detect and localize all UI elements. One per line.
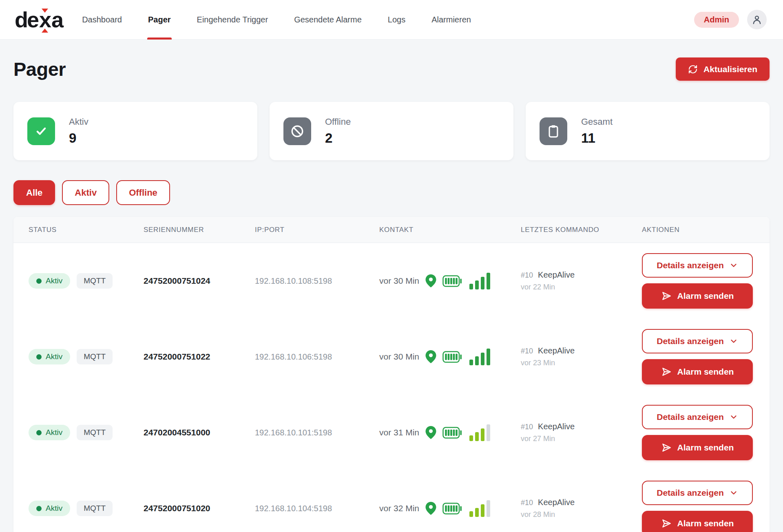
alarm-senden-button[interactable]: Alarm senden	[642, 283, 753, 309]
stat-card-offline: Offline 2	[270, 102, 513, 160]
refresh-button[interactable]: Aktualisieren	[676, 57, 770, 81]
nav-item-eingehende-trigger[interactable]: Eingehende Trigger	[196, 0, 269, 40]
status-dot-icon	[36, 354, 42, 360]
ip-port: 192.168.10.101:5198	[255, 428, 332, 437]
ip-port: 192.168.10.106:5198	[255, 352, 332, 362]
details-button-label: Details anzeigen	[657, 488, 724, 498]
stat-card-aktiv: Aktiv 9	[13, 102, 257, 160]
status-badge: Aktiv	[29, 425, 70, 440]
user-avatar[interactable]	[747, 10, 767, 29]
table-row: Aktiv MQTT 24752000751024 192.168.10.108…	[13, 243, 770, 319]
location-pin-icon	[425, 426, 436, 439]
details-button-label: Details anzeigen	[657, 336, 724, 346]
filter-offline-button[interactable]: Offline	[116, 180, 170, 205]
command-id: #10	[521, 271, 533, 280]
battery-icon	[442, 427, 462, 439]
status-dot-icon	[36, 430, 42, 435]
nav-item-dashboard[interactable]: Dashboard	[81, 0, 123, 40]
location-pin-icon	[425, 502, 436, 515]
filter-aktiv-button[interactable]: Aktiv	[62, 180, 109, 205]
details-button-label: Details anzeigen	[657, 260, 724, 270]
alarm-button-label: Alarm senden	[677, 367, 734, 377]
status-dot-icon	[36, 506, 42, 511]
serial-number: 24702004551000	[144, 428, 210, 437]
command-id: #10	[521, 499, 533, 507]
nav-item-gesendete-alarme[interactable]: Gesendete Alarme	[293, 0, 363, 40]
ban-icon	[283, 117, 311, 145]
last-command-cell: #10 KeepAlive vor 23 Min	[521, 346, 575, 367]
details-anzeigen-button[interactable]: Details anzeigen	[642, 329, 753, 353]
stat-label: Aktiv	[69, 117, 88, 127]
command-time: vor 27 Min	[521, 435, 575, 443]
alarm-senden-button[interactable]: Alarm senden	[642, 359, 753, 384]
battery-icon	[442, 351, 462, 363]
check-icon	[27, 117, 55, 145]
stat-cards: Aktiv 9 Offline 2	[13, 102, 770, 160]
column-header-kontakt: KONTAKT	[379, 226, 521, 234]
admin-role-badge: Admin	[694, 12, 739, 28]
ip-port: 192.168.10.104:5198	[255, 504, 332, 513]
last-command-cell: #10 KeepAlive vor 22 Min	[521, 270, 575, 291]
clipboard-icon	[540, 117, 567, 145]
command-name: KeepAlive	[538, 498, 575, 507]
protocol-badge: MQTT	[77, 425, 113, 440]
signal-strength-icon	[469, 424, 490, 441]
last-command-cell: #10 KeepAlive vor 28 Min	[521, 498, 575, 519]
protocol-badge: MQTT	[77, 273, 113, 289]
top-navbar: dexa Dashboard Pager Eingehende Trigger …	[0, 0, 783, 40]
last-contact-time: vor 30 Min	[379, 276, 419, 286]
page-title: Pager	[13, 58, 66, 80]
serial-number: 24752000751020	[144, 503, 210, 513]
nav-item-logs[interactable]: Logs	[387, 0, 406, 40]
column-header-aktionen: AKTIONEN	[642, 226, 770, 234]
send-icon	[661, 291, 672, 301]
command-time: vor 28 Min	[521, 510, 575, 519]
logo-text: a	[51, 7, 62, 32]
chevron-down-icon	[729, 413, 738, 422]
status-dot-icon	[36, 278, 42, 284]
filter-alle-button[interactable]: Alle	[13, 180, 55, 205]
table-header-row: STATUS SERIENNUMMER IP:PORT KONTAKT LETZ…	[13, 217, 770, 243]
pager-table: STATUS SERIENNUMMER IP:PORT KONTAKT LETZ…	[13, 217, 770, 532]
command-name: KeepAlive	[538, 346, 575, 355]
chevron-down-icon	[729, 488, 738, 497]
last-contact-time: vor 31 Min	[379, 428, 419, 437]
person-icon	[751, 14, 763, 25]
refresh-icon	[688, 64, 698, 74]
status-badge: Aktiv	[29, 501, 70, 516]
status-label: Aktiv	[46, 352, 62, 361]
stat-value: 11	[581, 130, 613, 146]
serial-number: 24752000751022	[144, 352, 210, 362]
battery-icon	[442, 275, 462, 287]
stat-label: Offline	[325, 117, 351, 127]
status-label: Aktiv	[46, 276, 62, 285]
chevron-down-icon	[729, 261, 738, 270]
protocol-badge: MQTT	[77, 501, 113, 516]
command-id: #10	[521, 347, 533, 355]
details-anzeigen-button[interactable]: Details anzeigen	[642, 253, 753, 278]
signal-strength-icon	[469, 349, 490, 365]
stat-value: 2	[325, 130, 351, 146]
column-header-status: STATUS	[29, 226, 144, 234]
details-anzeigen-button[interactable]: Details anzeigen	[642, 405, 753, 429]
details-anzeigen-button[interactable]: Details anzeigen	[642, 481, 753, 505]
send-icon	[661, 442, 672, 453]
command-time: vor 23 Min	[521, 359, 575, 367]
command-name: KeepAlive	[538, 270, 575, 280]
column-header-letztes-kommando: LETZTES KOMMANDO	[521, 226, 642, 234]
alarm-senden-button[interactable]: Alarm senden	[642, 435, 753, 460]
stat-value: 9	[69, 130, 88, 146]
column-header-ip-port: IP:PORT	[255, 226, 379, 234]
nav-item-alarmieren[interactable]: Alarmieren	[431, 0, 472, 40]
brand-logo[interactable]: dexa	[15, 7, 62, 32]
battery-icon	[442, 503, 462, 514]
protocol-badge: MQTT	[77, 349, 113, 364]
stat-card-gesamt: Gesamt 11	[526, 102, 770, 160]
nav-item-pager[interactable]: Pager	[147, 0, 172, 40]
last-contact-time: vor 30 Min	[379, 352, 419, 362]
status-badge: Aktiv	[29, 273, 70, 289]
alarm-senden-button[interactable]: Alarm senden	[642, 511, 753, 532]
send-icon	[661, 518, 672, 529]
location-pin-icon	[425, 350, 436, 363]
logo-text: de	[15, 7, 38, 32]
